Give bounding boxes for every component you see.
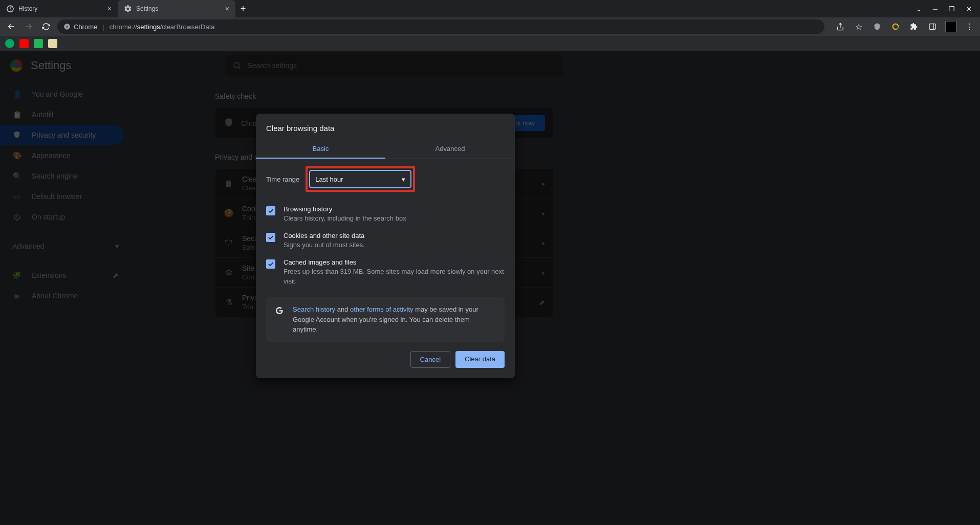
dialog-tabs: Basic Advanced	[256, 140, 515, 159]
other-activity-link[interactable]: other forms of activity	[350, 305, 413, 313]
new-tab-button[interactable]: +	[235, 0, 251, 17]
chevron-down-icon: ▾	[402, 176, 405, 183]
back-button[interactable]	[5, 20, 17, 33]
extensions-puzzle-icon[interactable]	[908, 21, 920, 32]
tab-basic[interactable]: Basic	[256, 140, 385, 159]
svg-point-2	[66, 26, 69, 28]
close-icon[interactable]: ✕	[966, 5, 972, 13]
tab-settings-label: Settings	[136, 5, 158, 12]
site-info-icon[interactable]: Chrome	[63, 23, 97, 31]
checkbox-checked[interactable]	[266, 259, 275, 269]
forward-button[interactable]	[23, 20, 35, 33]
clear-data-button[interactable]: Clear data	[455, 351, 505, 368]
separator: |	[102, 23, 104, 31]
url-text: chrome://settings/clearBrowserData	[110, 23, 215, 31]
profile-avatar[interactable]	[945, 21, 956, 32]
close-icon[interactable]: ×	[225, 5, 229, 13]
tab-search-icon[interactable]: ⌄	[916, 5, 922, 13]
svg-rect-5	[929, 24, 935, 30]
checkbox-checked[interactable]	[266, 233, 275, 242]
bookmark-icon[interactable]	[48, 39, 57, 48]
bookmark-icon[interactable]	[5, 39, 14, 48]
google-icon	[274, 305, 285, 335]
dialog-buttons: Cancel Clear data	[266, 351, 505, 368]
tab-history-label: History	[18, 5, 37, 12]
window-controls: ⌄ ─ ❐ ✕	[908, 0, 980, 17]
option-browsing-history[interactable]: Browsing historyClears history, includin…	[266, 201, 505, 228]
option-cached[interactable]: Cached images and filesFrees up less tha…	[266, 254, 505, 291]
dialog-title: Clear browsing data	[256, 124, 515, 140]
toolbar-right-icons: ☆ ⋮	[830, 21, 975, 32]
option-cookies[interactable]: Cookies and other site dataSigns you out…	[266, 228, 505, 254]
gear-icon	[124, 5, 132, 13]
reload-button[interactable]	[40, 20, 52, 33]
time-range-dropdown[interactable]: Last hour ▾	[310, 170, 411, 188]
sidepanel-icon[interactable]	[927, 21, 938, 32]
tab-settings[interactable]: Settings ×	[118, 0, 235, 17]
time-range-label: Time range	[266, 176, 299, 183]
history-icon	[6, 5, 14, 13]
browser-titlebar: History × Settings × + ⌄ ─ ❐ ✕	[0, 0, 980, 17]
dialog-body: Time range Last hour ▾ Browsing historyC…	[256, 159, 515, 378]
bookmarks-bar	[0, 36, 980, 51]
address-bar[interactable]: Chrome | chrome://settings/clearBrowserD…	[57, 19, 824, 34]
google-info-box: Search history and other forms of activi…	[266, 297, 505, 342]
checkbox-checked[interactable]	[266, 206, 275, 215]
tab-history[interactable]: History ×	[0, 0, 118, 17]
toolbar: Chrome | chrome://settings/clearBrowserD…	[0, 17, 980, 36]
minimize-icon[interactable]: ─	[933, 5, 938, 13]
tab-advanced[interactable]: Advanced	[385, 140, 515, 159]
bookmark-icon[interactable]	[19, 39, 29, 48]
cancel-button[interactable]: Cancel	[410, 351, 450, 368]
close-icon[interactable]: ×	[107, 5, 112, 13]
extension-icon[interactable]	[890, 21, 901, 32]
maximize-icon[interactable]: ❐	[949, 5, 955, 13]
search-history-link[interactable]: Search history	[293, 305, 335, 313]
clear-browsing-data-dialog: Clear browsing data Basic Advanced Time …	[256, 114, 515, 378]
annotation-highlight: Last hour ▾	[306, 166, 415, 192]
bookmark-star-icon[interactable]: ☆	[853, 21, 864, 32]
google-info-text: Search history and other forms of activi…	[293, 304, 496, 335]
kebab-menu-icon[interactable]: ⋮	[964, 21, 975, 32]
bookmark-icon[interactable]	[34, 39, 43, 48]
time-range-row: Time range Last hour ▾	[266, 166, 505, 192]
shield-extension-icon[interactable]	[872, 21, 883, 32]
share-icon[interactable]	[835, 21, 846, 32]
